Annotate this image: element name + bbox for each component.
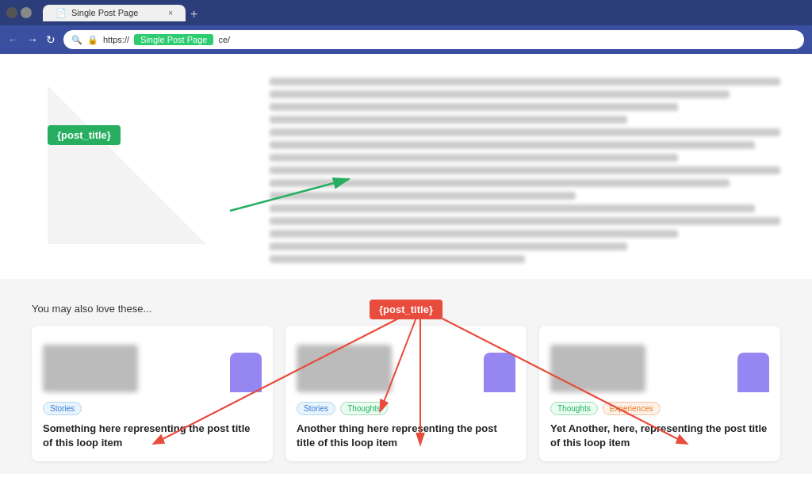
blur-line	[270, 179, 730, 187]
card-2-title: Another thing here representing the post…	[297, 422, 515, 450]
blur-line	[270, 90, 730, 98]
blur-line	[270, 116, 627, 124]
back-button[interactable]: ←	[8, 33, 19, 46]
top-section: {post_title}	[0, 54, 812, 279]
card-1-title: Something here representing the post tit…	[43, 422, 262, 450]
card-2-tags: Stories Thoughts	[297, 402, 515, 415]
blur-line	[270, 255, 525, 263]
card-3-tags: Thoughts Experiences	[550, 402, 769, 415]
blur-line	[270, 166, 780, 174]
browser-title-bar: 📄 Single Post Page × +	[0, 0, 812, 25]
active-tab[interactable]: 📄 Single Post Page ×	[43, 5, 186, 21]
address-highlight: Single Post Page	[134, 34, 213, 45]
blur-line	[270, 242, 627, 250]
search-icon: 🔍	[71, 35, 82, 45]
reload-button[interactable]: ↻	[46, 33, 56, 46]
card-1-shape	[230, 353, 262, 392]
window-icon	[6, 7, 17, 18]
forward-button[interactable]: →	[27, 33, 38, 46]
post-title-badge-red: {post_title}	[370, 300, 442, 319]
address-prefix: https://	[103, 35, 129, 44]
blurred-content	[270, 78, 780, 263]
card-3-tag-thoughts: Thoughts	[550, 402, 598, 415]
card-1-image	[43, 337, 262, 392]
blur-line	[270, 154, 678, 162]
bottom-section: {post_title} You may also love these... …	[0, 279, 812, 474]
card-2-tag-thoughts: Thoughts	[340, 402, 388, 415]
address-bar: ← → ↻ 🔍 🔒 https:// Single Post Page ce/	[0, 25, 812, 54]
card-1-thumbnail	[43, 345, 138, 392]
new-tab-button[interactable]: +	[190, 7, 197, 21]
card-3[interactable]: Thoughts Experiences Yet Another, here, …	[539, 326, 780, 461]
cards-row: Stories Something here representing the …	[32, 326, 780, 461]
blur-line	[270, 230, 678, 238]
card-2-image	[297, 337, 515, 392]
tab-bar: 📄 Single Post Page × +	[43, 5, 806, 21]
address-input[interactable]: 🔍 🔒 https:// Single Post Page ce/	[63, 30, 804, 49]
card-1[interactable]: Stories Something here representing the …	[32, 326, 273, 461]
tab-favicon: 📄	[56, 8, 67, 18]
blur-line	[270, 78, 780, 86]
post-title-badge-green: {post_title}	[48, 125, 121, 145]
card-1-tag-stories: Stories	[43, 402, 82, 415]
blur-line	[270, 141, 755, 149]
card-3-tag-experiences: Experiences	[603, 402, 661, 415]
card-3-shape	[737, 353, 769, 392]
window-controls	[6, 7, 32, 18]
card-3-thumbnail	[550, 345, 645, 392]
blur-line	[270, 204, 755, 212]
card-2[interactable]: Stories Thoughts Another thing here repr…	[285, 326, 527, 461]
lock-icon: 🔒	[87, 35, 98, 45]
blur-line	[270, 217, 780, 225]
card-1-tags: Stories	[43, 402, 262, 415]
triangle-bg	[48, 86, 206, 244]
right-panel	[270, 70, 780, 263]
left-panel: {post_title}	[32, 70, 254, 263]
window-icon-2	[21, 7, 32, 18]
card-2-shape	[484, 353, 515, 392]
tab-close-button[interactable]: ×	[168, 9, 173, 17]
address-suffix: ce/	[218, 35, 230, 44]
card-3-title: Yet Another, here, representing the post…	[550, 422, 769, 450]
card-2-tag-stories: Stories	[297, 402, 335, 415]
card-3-image	[550, 337, 769, 392]
card-2-thumbnail	[297, 345, 392, 392]
blur-line	[270, 103, 678, 111]
blur-line	[270, 192, 576, 200]
page-content: {post_title}	[0, 54, 812, 504]
tab-label: Single Post Page	[71, 8, 138, 17]
blur-line	[270, 128, 780, 136]
